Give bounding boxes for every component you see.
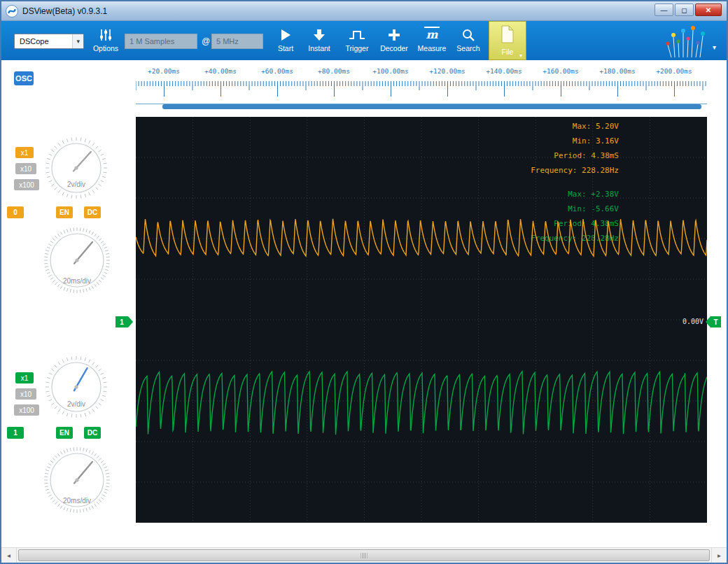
at-symbol: @ bbox=[202, 36, 210, 46]
maximize-icon: ◻ bbox=[681, 6, 687, 14]
timebase-label-bottom: 20ms/div bbox=[43, 497, 111, 505]
minimize-icon: — bbox=[661, 6, 668, 14]
play-icon bbox=[279, 25, 292, 42]
ch1-position-marker-label: 1 bbox=[120, 318, 124, 326]
trigger-pulse-icon bbox=[349, 25, 365, 42]
waveform-plot[interactable]: Max: 5.20V Min: 3.16V Period: 4.38mS Fre… bbox=[136, 117, 707, 523]
sample-rate-field[interactable] bbox=[211, 34, 263, 49]
ch1-coupling-button[interactable]: DC bbox=[84, 427, 101, 439]
device-select[interactable]: DSCope ▾ bbox=[14, 34, 84, 49]
ch1-probe-x1-button[interactable]: x1 bbox=[15, 372, 34, 383]
close-button[interactable]: ✕ bbox=[695, 3, 722, 16]
sample-count-field[interactable] bbox=[125, 34, 197, 49]
trigger-marker-label: T bbox=[713, 318, 718, 326]
ch1-enable-button[interactable]: EN bbox=[56, 427, 73, 439]
time-ruler[interactable]: +20.00ms+40.00ms+60.00ms+80.00ms+100.00m… bbox=[136, 60, 707, 117]
ch1-vdiv-label: 2v/div bbox=[45, 400, 108, 408]
ch0-index-badge[interactable]: 0 bbox=[7, 206, 24, 218]
sliders-icon bbox=[99, 25, 113, 42]
trigger-button[interactable]: Trigger bbox=[340, 25, 374, 57]
ch0-vdiv-label: 2v/div bbox=[45, 181, 108, 188]
ruler-time-label: +40.00ms bbox=[204, 67, 237, 75]
ruler-time-label: +200.00ms bbox=[656, 67, 692, 75]
measure-m-icon: m bbox=[424, 25, 440, 42]
file-label: File bbox=[502, 48, 514, 56]
search-label: Search bbox=[456, 44, 479, 52]
scroll-left-arrow-icon: ◄ bbox=[6, 553, 12, 559]
ch1-vdiv-dial[interactable] bbox=[45, 355, 108, 418]
ruler-ticks bbox=[136, 81, 707, 99]
close-icon: ✕ bbox=[706, 6, 711, 14]
ruler-scroll-thumb[interactable] bbox=[162, 104, 701, 109]
toolbar: DSCope ▾ Options @ Start Ins bbox=[1, 21, 727, 60]
titlebar[interactable]: DSView(Beta) v0.9.3.1 — ◻ ✕ bbox=[1, 1, 727, 21]
start-button[interactable]: Start bbox=[270, 25, 301, 57]
ruler-time-label: +100.00ms bbox=[372, 67, 408, 75]
ch1-zero-voltage-label: 0.00V bbox=[682, 318, 704, 325]
decoder-label: Decoder bbox=[380, 44, 408, 52]
search-icon bbox=[461, 25, 475, 42]
options-label: Options bbox=[93, 44, 118, 52]
instant-label: Instant bbox=[308, 44, 330, 52]
options-button[interactable]: Options bbox=[90, 25, 122, 57]
scroll-right-button[interactable]: ► bbox=[711, 548, 727, 563]
ruler-time-label: +120.00ms bbox=[429, 67, 465, 75]
ch0-enable-button[interactable]: EN bbox=[56, 206, 73, 218]
sidebar: OSC x1 x10 x100 2v/div 0 EN DC 20ms/div … bbox=[1, 60, 136, 547]
ruler-time-label: +180.00ms bbox=[599, 67, 635, 75]
minimize-button[interactable]: — bbox=[654, 3, 673, 16]
app-window: DSView(Beta) v0.9.3.1 — ◻ ✕ DSCope ▾ Opt… bbox=[0, 0, 728, 564]
ruler-time-label: +60.00ms bbox=[261, 67, 293, 75]
scrollbar-thumb[interactable] bbox=[18, 549, 710, 561]
ruler-time-label: +80.00ms bbox=[318, 67, 350, 75]
file-document-icon bbox=[500, 25, 515, 46]
timebase-label-top: 20ms/div bbox=[43, 277, 111, 285]
ch1-index-badge[interactable]: 1 bbox=[7, 427, 24, 439]
ch0-probe-x100-button[interactable]: x100 bbox=[14, 179, 39, 190]
ch0-coupling-button[interactable]: DC bbox=[84, 206, 101, 218]
trigger-label: Trigger bbox=[346, 44, 369, 52]
ch0-probe-x10-button[interactable]: x10 bbox=[15, 163, 36, 174]
window-title: DSView(Beta) v0.9.3.1 bbox=[22, 6, 107, 16]
scroll-left-button[interactable]: ◄ bbox=[1, 548, 17, 563]
file-button[interactable]: File ▾ bbox=[489, 21, 526, 60]
probe-pins-graphic bbox=[662, 24, 710, 62]
ch1-position-marker[interactable]: 1 bbox=[115, 316, 128, 327]
ch0-vdiv-dial[interactable] bbox=[45, 136, 108, 199]
toolbar-overflow-caret[interactable]: ▾ bbox=[713, 43, 716, 51]
ch0-probe-x1-button[interactable]: x1 bbox=[15, 147, 34, 158]
device-select-value: DSCope bbox=[20, 37, 49, 45]
trigger-position-marker[interactable]: T bbox=[710, 316, 721, 327]
ruler-time-label: +20.00ms bbox=[148, 67, 180, 75]
start-label: Start bbox=[278, 44, 293, 52]
chevron-down-icon: ▾ bbox=[72, 34, 83, 48]
measure-button[interactable]: m Measure bbox=[414, 25, 449, 57]
file-dropdown-caret-icon: ▾ bbox=[519, 52, 522, 59]
horizontal-scrollbar[interactable]: ◄ ► bbox=[1, 547, 727, 563]
ch1-probe-x10-button[interactable]: x10 bbox=[15, 388, 36, 400]
plus-icon bbox=[387, 25, 401, 42]
scrollbar-grip bbox=[361, 553, 368, 558]
instant-button[interactable]: Instant bbox=[302, 25, 336, 57]
ruler-time-label: +160.00ms bbox=[542, 67, 578, 75]
ch1-probe-x100-button[interactable]: x100 bbox=[14, 404, 39, 416]
decoder-button[interactable]: Decoder bbox=[377, 25, 412, 57]
window-controls: — ◻ ✕ bbox=[654, 3, 722, 16]
app-logo-icon bbox=[6, 5, 18, 17]
scroll-right-arrow-icon: ► bbox=[717, 553, 722, 559]
arrow-down-icon bbox=[313, 25, 326, 42]
maximize-button[interactable]: ◻ bbox=[675, 3, 694, 16]
measure-label: Measure bbox=[418, 44, 447, 52]
ruler-time-label: +140.00ms bbox=[486, 67, 522, 75]
plot-canvas bbox=[136, 117, 707, 523]
search-button[interactable]: Search bbox=[452, 25, 484, 57]
osc-mode-badge[interactable]: OSC bbox=[14, 71, 34, 85]
